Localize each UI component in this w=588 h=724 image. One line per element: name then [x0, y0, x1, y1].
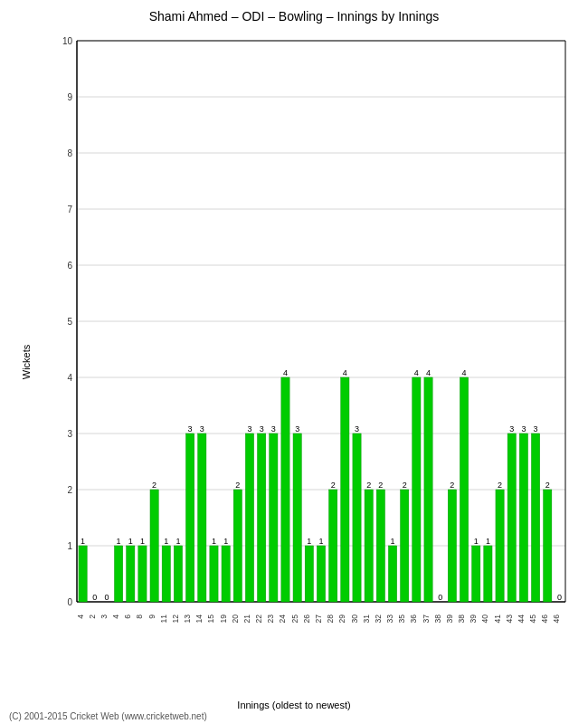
svg-text:11: 11 — [159, 614, 168, 624]
svg-text:3: 3 — [100, 614, 109, 619]
svg-text:4: 4 — [343, 368, 347, 377]
svg-text:15: 15 — [206, 614, 215, 624]
svg-text:13: 13 — [183, 614, 192, 624]
svg-text:1: 1 — [164, 537, 168, 546]
svg-text:2: 2 — [450, 481, 454, 490]
svg-text:31: 31 — [362, 614, 371, 624]
svg-rect-66 — [258, 433, 266, 602]
svg-text:3: 3 — [260, 424, 264, 433]
svg-text:27: 27 — [314, 614, 323, 624]
svg-text:6: 6 — [123, 614, 132, 619]
svg-rect-39 — [150, 490, 158, 602]
svg-text:30: 30 — [350, 614, 359, 624]
svg-text:38: 38 — [457, 614, 466, 624]
svg-text:1: 1 — [140, 537, 145, 546]
svg-text:41: 41 — [493, 614, 502, 624]
svg-text:1: 1 — [474, 537, 479, 546]
svg-text:25: 25 — [290, 614, 299, 624]
svg-rect-45 — [174, 546, 182, 602]
svg-text:46: 46 — [552, 614, 561, 624]
svg-text:1: 1 — [81, 537, 85, 546]
svg-rect-96 — [376, 490, 384, 602]
svg-text:0: 0 — [67, 597, 72, 607]
svg-text:3: 3 — [271, 424, 276, 433]
svg-text:29: 29 — [337, 614, 346, 624]
svg-text:2: 2 — [152, 481, 156, 490]
svg-text:5: 5 — [67, 317, 72, 327]
svg-text:1: 1 — [117, 537, 121, 546]
svg-rect-33 — [127, 546, 135, 602]
svg-text:35: 35 — [397, 614, 406, 624]
svg-text:4: 4 — [76, 614, 85, 619]
svg-text:4: 4 — [462, 368, 467, 377]
svg-text:9: 9 — [147, 614, 156, 619]
svg-text:4: 4 — [426, 368, 431, 377]
svg-rect-134 — [531, 433, 539, 602]
svg-text:39: 39 — [445, 614, 454, 624]
svg-text:8: 8 — [67, 148, 72, 158]
svg-rect-84 — [329, 490, 337, 602]
svg-text:3: 3 — [355, 424, 359, 433]
svg-rect-99 — [388, 546, 396, 602]
svg-rect-113 — [448, 490, 456, 602]
svg-rect-72 — [281, 377, 289, 602]
svg-text:2: 2 — [498, 481, 502, 490]
svg-text:9: 9 — [67, 92, 72, 102]
svg-text:2: 2 — [378, 481, 383, 490]
svg-text:3: 3 — [247, 424, 251, 433]
svg-text:40: 40 — [480, 614, 489, 624]
svg-text:1: 1 — [128, 537, 133, 546]
svg-text:1: 1 — [175, 537, 180, 546]
svg-text:20: 20 — [231, 614, 240, 624]
svg-text:10: 10 — [62, 36, 73, 46]
svg-rect-131 — [519, 433, 527, 602]
svg-text:0: 0 — [438, 593, 442, 602]
svg-text:19: 19 — [219, 614, 228, 624]
svg-text:24: 24 — [278, 614, 287, 624]
svg-text:44: 44 — [517, 614, 526, 624]
svg-text:21: 21 — [242, 614, 251, 624]
svg-text:0: 0 — [92, 593, 97, 602]
svg-text:2: 2 — [88, 614, 97, 619]
svg-text:2: 2 — [366, 481, 371, 490]
svg-text:1: 1 — [318, 537, 323, 546]
svg-rect-108 — [424, 377, 432, 602]
svg-text:3: 3 — [521, 424, 526, 433]
svg-text:1: 1 — [307, 537, 311, 546]
svg-rect-60 — [233, 490, 242, 602]
svg-rect-78 — [305, 546, 313, 602]
svg-rect-125 — [496, 490, 504, 602]
svg-rect-57 — [222, 546, 230, 602]
svg-text:8: 8 — [135, 614, 144, 619]
svg-text:4: 4 — [414, 368, 419, 377]
svg-text:3: 3 — [200, 424, 204, 433]
copyright: (C) 2001-2015 Cricket Web (www.cricketwe… — [9, 711, 207, 721]
svg-text:1: 1 — [486, 537, 490, 546]
svg-text:33: 33 — [385, 614, 394, 624]
svg-text:4: 4 — [283, 368, 288, 377]
svg-text:4: 4 — [111, 614, 120, 619]
svg-text:46: 46 — [540, 614, 549, 624]
svg-text:3: 3 — [67, 429, 72, 439]
svg-rect-122 — [484, 546, 492, 602]
svg-text:1: 1 — [67, 541, 72, 551]
svg-text:4: 4 — [67, 373, 72, 383]
svg-rect-93 — [365, 490, 373, 602]
svg-rect-23 — [79, 546, 87, 602]
svg-rect-30 — [114, 546, 122, 602]
svg-text:14: 14 — [194, 614, 204, 624]
svg-rect-87 — [341, 377, 349, 602]
svg-rect-36 — [138, 546, 147, 602]
svg-text:22: 22 — [254, 614, 263, 624]
svg-text:0: 0 — [104, 593, 109, 602]
svg-text:39: 39 — [469, 614, 478, 624]
x-axis-label: Innings (oldest to newest) — [237, 700, 350, 710]
svg-text:23: 23 — [266, 614, 275, 624]
svg-text:3: 3 — [295, 424, 299, 433]
svg-rect-63 — [245, 433, 253, 602]
svg-rect-119 — [472, 546, 480, 602]
svg-text:7: 7 — [67, 205, 72, 214]
svg-rect-51 — [198, 433, 206, 602]
svg-text:2: 2 — [235, 481, 240, 490]
chart-area: 0123456789101402031416182911111231331411… — [50, 32, 574, 652]
